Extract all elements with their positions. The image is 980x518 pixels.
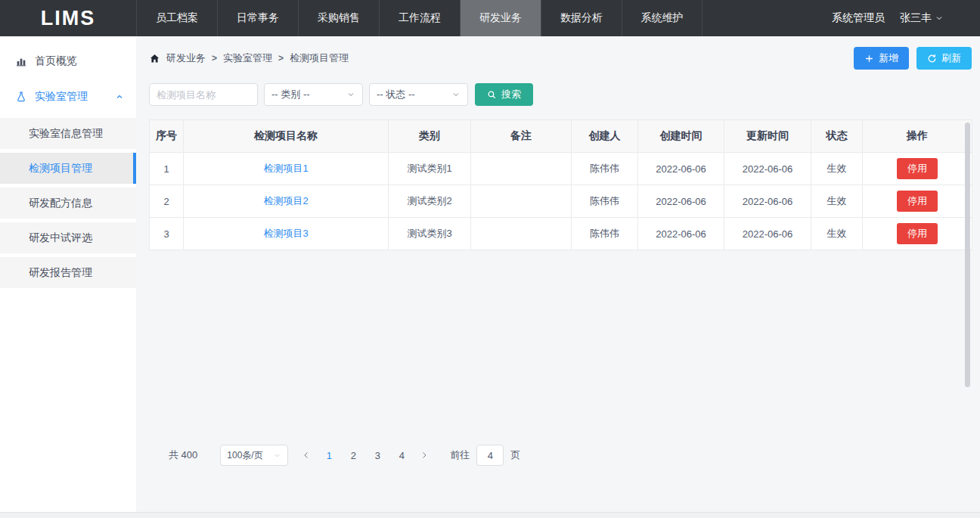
- sidebar-item-rd-pilot[interactable]: 研发中试评选: [0, 222, 136, 253]
- sidebar-item-test-project[interactable]: 检测项目管理: [0, 153, 136, 184]
- nav-item-purchase-sales[interactable]: 采购销售: [298, 0, 379, 36]
- col-header-name: 检测项目名称: [184, 120, 389, 153]
- cell-creator: 陈伟伟: [572, 153, 638, 185]
- total-count-label: 共 400: [169, 448, 197, 462]
- user-area: 系统管理员 张三丰: [832, 0, 980, 36]
- cell-created: 2022-06-06: [638, 218, 724, 250]
- cell-creator: 陈伟伟: [572, 185, 638, 218]
- breadcrumb-item[interactable]: 研发业务: [166, 51, 206, 65]
- plus-icon: [864, 54, 874, 64]
- cell-status: 生效: [811, 185, 863, 218]
- col-header-creator: 创建人: [572, 120, 638, 153]
- breadcrumb-item[interactable]: 实验室管理: [212, 51, 272, 65]
- page-number-button[interactable]: 4: [389, 445, 414, 466]
- flask-icon: [15, 91, 27, 103]
- cell-remark: [471, 153, 572, 185]
- chevron-up-icon: [115, 92, 124, 101]
- cell-updated: 2022-06-06: [724, 185, 811, 218]
- sidebar-item-home[interactable]: 首页概览: [0, 44, 136, 79]
- main-content: 研发业务 实验室管理 检测项目管理 新增 刷新: [136, 36, 980, 518]
- col-header-index: 序号: [150, 120, 184, 153]
- nav-item-rd-business[interactable]: 研发业务: [460, 0, 541, 36]
- sidebar-item-rd-report[interactable]: 研发报告管理: [0, 257, 136, 288]
- col-header-category: 类别: [389, 120, 471, 153]
- page-number-button[interactable]: 2: [341, 445, 365, 466]
- project-name-input[interactable]: [149, 83, 258, 106]
- horizontal-scrollbar-track[interactable]: [0, 512, 980, 518]
- disable-button[interactable]: 停用: [897, 191, 938, 212]
- table-header-row: 序号 检测项目名称 类别 备注 创建人 创建时间 更新时间 状态 操作: [150, 120, 972, 153]
- col-header-updated: 更新时间: [724, 120, 811, 153]
- project-name-link[interactable]: 检测项目1: [263, 163, 308, 174]
- main-menu: 员工档案 日常事务 采购销售 工作流程 研发业务 数据分析 系统维护: [136, 0, 702, 36]
- cell-status: 生效: [811, 218, 863, 250]
- goto-page: 前往 页: [450, 445, 520, 466]
- home-icon: [149, 53, 160, 64]
- sidebar-item-rd-formula[interactable]: 研发配方信息: [0, 188, 136, 219]
- col-header-action: 操作: [863, 120, 972, 153]
- chevron-down-icon: [451, 90, 461, 99]
- projects-table: 序号 检测项目名称 类别 备注 创建人 创建时间 更新时间 状态 操作 1 检测: [149, 119, 972, 250]
- goto-page-input[interactable]: [476, 445, 504, 466]
- cell-creator: 陈伟伟: [572, 218, 638, 250]
- search-button-label: 搜索: [501, 88, 521, 101]
- cell-index: 1: [150, 153, 184, 185]
- sidebar-item-lab-info[interactable]: 实验室信息管理: [0, 118, 136, 149]
- add-button[interactable]: 新增: [854, 47, 909, 70]
- status-select-value: -- 状态 --: [377, 88, 415, 101]
- project-name-link[interactable]: 检测项目2: [263, 195, 308, 206]
- page-number-button[interactable]: 1: [317, 445, 341, 466]
- cell-updated: 2022-06-06: [724, 218, 811, 250]
- table-row: 1 检测项目1 测试类别1 陈伟伟 2022-06-06 2022-06-06 …: [150, 153, 972, 185]
- nav-item-workflow[interactable]: 工作流程: [379, 0, 460, 36]
- prev-page-button[interactable]: [296, 445, 317, 466]
- page-size-value: 100条/页: [227, 449, 262, 462]
- cell-status: 生效: [811, 153, 863, 185]
- user-role-label: 系统管理员: [832, 11, 885, 25]
- pager: 1 2 3 4: [296, 445, 435, 466]
- chevron-down-icon: [346, 90, 355, 99]
- nav-item-data-analysis[interactable]: 数据分析: [541, 0, 622, 36]
- category-select[interactable]: -- 类别 --: [264, 83, 363, 106]
- col-header-status: 状态: [811, 120, 863, 153]
- cell-created: 2022-06-06: [638, 153, 724, 185]
- user-name-label: 张三丰: [900, 11, 932, 25]
- cell-updated: 2022-06-06: [724, 153, 811, 185]
- cell-index: 2: [150, 185, 184, 218]
- page-number-button[interactable]: 3: [365, 445, 389, 466]
- breadcrumb-item[interactable]: 检测项目管理: [278, 51, 349, 65]
- sidebar-submenu: 实验室信息管理 检测项目管理 研发配方信息 研发中试评选 研发报告管理: [0, 118, 136, 288]
- nav-item-employee[interactable]: 员工档案: [136, 0, 217, 36]
- col-header-remark: 备注: [471, 120, 572, 153]
- cell-remark: [471, 185, 572, 218]
- refresh-icon: [927, 54, 937, 64]
- search-icon: [487, 90, 497, 100]
- sidebar: 首页概览 实验室管理 实验室信息管理 检测项目管理 研发配方信息 研发中试评选 …: [0, 36, 136, 518]
- search-button[interactable]: 搜索: [475, 83, 533, 106]
- cell-created: 2022-06-06: [638, 185, 724, 218]
- status-select[interactable]: -- 状态 --: [369, 83, 468, 106]
- bar-chart-icon: [15, 55, 27, 67]
- category-select-value: -- 类别 --: [271, 88, 310, 101]
- next-page-button[interactable]: [414, 445, 435, 466]
- sidebar-group-label: 实验室管理: [35, 90, 88, 104]
- cell-category: 测试类别3: [389, 218, 471, 250]
- chevron-down-icon: [273, 451, 281, 460]
- table-row: 2 检测项目2 测试类别2 陈伟伟 2022-06-06 2022-06-06 …: [150, 185, 972, 218]
- user-menu[interactable]: 张三丰: [900, 11, 944, 25]
- disable-button[interactable]: 停用: [897, 158, 938, 179]
- refresh-button-label: 刷新: [941, 51, 961, 65]
- nav-item-daily[interactable]: 日常事务: [217, 0, 298, 36]
- nav-item-system-maintenance[interactable]: 系统维护: [622, 0, 702, 36]
- sidebar-group-lab-management[interactable]: 实验室管理: [0, 79, 136, 115]
- table-row: 3 检测项目3 测试类别3 陈伟伟 2022-06-06 2022-06-06 …: [150, 218, 972, 250]
- project-name-link[interactable]: 检测项目3: [263, 228, 308, 239]
- search-bar: -- 类别 -- -- 状态 -- 搜索: [149, 83, 972, 106]
- sidebar-item-label: 首页概览: [35, 54, 77, 68]
- disable-button[interactable]: 停用: [897, 223, 938, 244]
- page-size-select[interactable]: 100条/页: [220, 445, 288, 466]
- refresh-button[interactable]: 刷新: [916, 47, 972, 70]
- vertical-scrollbar[interactable]: [965, 123, 970, 387]
- app-logo: LIMS: [0, 0, 136, 36]
- pagination: 共 400 100条/页 1 2 3 4: [149, 445, 972, 466]
